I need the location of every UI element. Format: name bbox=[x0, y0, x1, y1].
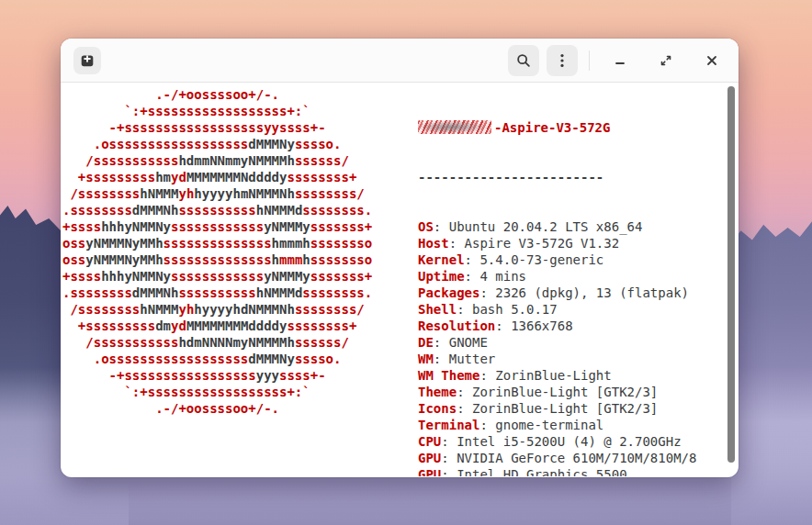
titlebar-divider bbox=[589, 50, 590, 71]
menu-button[interactable] bbox=[547, 45, 578, 76]
info-line: Uptime: 4 mins bbox=[418, 268, 696, 285]
ascii-art-line: +sssssssssdmydMMMMMMMMddddyssssssss+ bbox=[62, 318, 372, 334]
info-line: WM: Mutter bbox=[418, 351, 696, 367]
info-line: WM Theme: ZorinBlue-Light bbox=[418, 367, 696, 384]
restore-button[interactable] bbox=[652, 47, 680, 74]
ascii-art-line: +sssshhhyNMMNyssssssssssssyNMMMysssssss+ bbox=[62, 268, 372, 285]
ascii-art-line: `:+ssssssssssssssssss+:` bbox=[62, 384, 372, 400]
ascii-art-line: .ssssssssdMMMNhsssssssssshNMMMdssssssss. bbox=[62, 202, 372, 218]
ascii-art-line: .-/+oossssoo+/-. bbox=[62, 400, 372, 417]
info-line: Host: Aspire V3-572G V1.32 bbox=[418, 235, 696, 251]
ascii-art-line: .-/+oossssoo+/-. bbox=[62, 86, 372, 103]
ascii-art-line: ossyNMMMNyMMhsssssssssssssshmmmhssssssso bbox=[62, 251, 372, 268]
info-line: Kernel: 5.4.0-73-generic bbox=[418, 251, 696, 268]
redaction-scribble bbox=[418, 120, 491, 134]
info-line: Resolution: 1366x768 bbox=[418, 318, 696, 334]
info-list: OS: Ubuntu 20.04.2 LTS x86_64Host: Aspir… bbox=[418, 218, 696, 476]
info-line: DE: GNOME bbox=[418, 334, 696, 351]
ascii-art-line: +ssssssssshmydMMMMMMMNddddyssssssss+ bbox=[62, 169, 372, 185]
kebab-menu-icon bbox=[554, 52, 570, 69]
ascii-art-line: -+sssssssssssssssssyyyssss+- bbox=[62, 367, 372, 384]
ascii-art-line: .ssssssssdMMMNhsssssssssshNMMMdssssssss. bbox=[62, 285, 372, 301]
ascii-art-line: -+ssssssssssssssssssyyssss+- bbox=[62, 119, 372, 136]
window-title bbox=[101, 39, 508, 82]
ascii-art: .-/+oossssoo+/-. `:+ssssssssssssssssss+:… bbox=[62, 86, 372, 417]
terminal-window: .-/+oossssoo+/-. `:+ssssssssssssssssss+:… bbox=[61, 39, 739, 477]
ascii-art-line: /sssssssshNMMMyhhyyyyhdNMMMNhssssssss/ bbox=[62, 301, 372, 318]
info-line: Shell: bash 5.0.17 bbox=[418, 301, 696, 318]
hostname-text: -Aspire-V3-572G bbox=[494, 120, 610, 135]
restore-icon bbox=[659, 53, 673, 68]
info-line: OS: Ubuntu 20.04.2 LTS x86_64 bbox=[418, 218, 696, 235]
info-line: GPU: NVIDIA GeForce 610M/710M/810M/8 bbox=[418, 450, 696, 466]
minimize-button[interactable] bbox=[606, 47, 634, 74]
ascii-art-line: /ssssssssssshdmmNNmmyNMMMMhssssss/ bbox=[62, 152, 372, 169]
neofetch-header: -Aspire-V3-572G bbox=[418, 119, 696, 136]
ascii-art-line: /sssssssshNMMMyhhyyyyhmNMMMNhssssssss/ bbox=[62, 185, 372, 202]
info-line: Terminal: gnome-terminal bbox=[418, 417, 696, 433]
scrollbar[interactable] bbox=[727, 86, 735, 463]
search-button[interactable] bbox=[508, 45, 539, 76]
info-line: GPU: Intel HD Graphics 5500 bbox=[418, 466, 696, 476]
header-underline: ------------------------ bbox=[418, 169, 696, 185]
ascii-art-line: ossyNMMMNyMMhsssssssssssssshmmmhssssssso bbox=[62, 235, 372, 251]
ascii-art-line: `:+ssssssssssssssssss+:` bbox=[62, 103, 372, 119]
minimize-icon bbox=[613, 53, 627, 68]
info-line: Theme: ZorinBlue-Light [GTK2/3] bbox=[418, 384, 696, 400]
titlebar[interactable] bbox=[61, 39, 739, 83]
info-line: Packages: 2326 (dpkg), 13 (flatpak) bbox=[418, 285, 696, 301]
info-line: CPU: Intel i5-5200U (4) @ 2.700GHz bbox=[418, 433, 696, 450]
new-tab-button[interactable] bbox=[73, 47, 101, 74]
search-icon bbox=[515, 52, 532, 69]
new-tab-icon bbox=[79, 52, 96, 69]
info-line: Icons: ZorinBlue-Light [GTK2/3] bbox=[418, 400, 696, 417]
ascii-art-line: .ossssssssssssssssssdMMMNysssso. bbox=[62, 351, 372, 367]
terminal-content[interactable]: .-/+oossssoo+/-. `:+ssssssssssssssssss+:… bbox=[61, 83, 739, 476]
ascii-art-line: .ossssssssssssssssssdMMMNysssso. bbox=[62, 136, 372, 152]
close-button[interactable] bbox=[698, 47, 726, 74]
ascii-art-line: +sssshhhyNMMNyssssssssssssyNMMMysssssss+ bbox=[62, 218, 372, 235]
neofetch-info-column: -Aspire-V3-572G ------------------------… bbox=[418, 86, 696, 476]
close-icon bbox=[705, 53, 719, 68]
ascii-art-line: /ssssssssssshdmNNNNmyNMMMMhssssss/ bbox=[62, 334, 372, 351]
